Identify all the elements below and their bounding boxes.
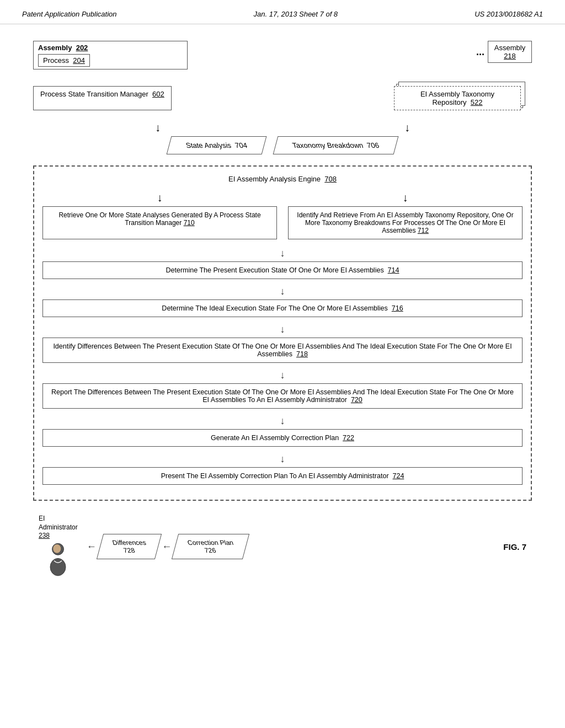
report-box: Report The Differences Between The Prese… [42,383,523,409]
second-row: Process State Transition Manager 602 EI … [33,86,532,110]
determine-ideal-box: Determine The Ideal Execution State For … [42,299,523,317]
bottom-section: EI Administrator 238 ← Differences 728 [33,515,532,579]
identify-box: Identify And Retrieve From An EI Assembl… [288,206,523,239]
diagram-area: Assembly 202 Process 204 ... Assembly 21… [0,24,565,596]
present-plan-box: Present The EI Assembly Correction Plan … [42,467,523,485]
determine-present-box: Determine The Present Execution State Of… [42,261,523,279]
header-center: Jan. 17, 2013 Sheet 7 of 8 [254,10,338,18]
taxonomy-breakdown-para: Taxonomy Breakdown 706 [273,136,398,154]
taxonomy-breakdown-label: Taxonomy Breakdown 706 [292,141,379,149]
identify-diff-box: Identify Differences Between The Present… [42,338,523,363]
fig-label: FIG. 7 [503,542,526,552]
assembly-202-title: Assembly 202 [38,44,183,52]
header-right: US 2013/0018682 A1 [475,10,543,18]
correction-plan-para: Correction Plan 726 [172,534,249,559]
state-analysis-para: State Analysis 704 [167,136,266,154]
svg-point-1 [54,544,61,553]
pstm-box: Process State Transition Manager 602 [33,86,172,110]
assembly-218-group: ... Assembly 218 [476,41,532,63]
assembly-202-box: Assembly 202 Process 204 [33,41,188,69]
arrow-716: ↓ [42,286,523,297]
header-left: Patent Application Publication [22,10,117,18]
differences-para: Differences 728 [97,534,162,559]
pstm-arrow: ↓ [33,121,282,134]
arrow-724: ↓ [42,453,523,465]
taxonomy-repo-box: EI Assembly Taxonomy Repository 522 [394,86,521,110]
left-col-arrow: ↓ [42,191,277,204]
arrow-720: ↓ [42,370,523,381]
arrow-722: ↓ [42,415,523,427]
admin-label: EI Administrator 238 [39,515,78,540]
right-col-arrow: ↓ [288,191,523,204]
arrows-row-1: ↓ ↓ [33,121,532,134]
generate-box: Generate An EI Assembly Correction Plan … [42,429,523,447]
arrow-718: ↓ [42,324,523,335]
state-analysis-label: State Analysis 704 [186,141,247,149]
top-row: Assembly 202 Process 204 ... Assembly 21… [33,41,532,69]
retrieve-identify-row: Retrieve One Or More State Analyses Gene… [42,206,523,239]
page-header: Patent Application Publication Jan. 17, … [0,0,565,24]
two-col-arrows: ↓ ↓ [42,191,523,204]
arrow-left-1: ← [87,541,97,553]
arrow-left-2: ← [162,541,172,553]
taxonomy-repo-group: EI Assembly Taxonomy Repository 522 [394,86,521,110]
retrieve-box: Retrieve One Or More State Analyses Gene… [42,206,277,239]
arrow-714: ↓ [42,248,523,259]
taxonomy-arrow: ↓ [282,121,532,134]
svg-point-2 [50,558,66,576]
assembly-218-box: Assembly 218 [488,41,532,63]
engine-title: EI Assembly Analysis Engine 708 [42,175,523,183]
para-row: State Analysis 704 Taxonomy Breakdown 70… [33,136,532,154]
admin-figure: EI Administrator 238 [39,515,78,579]
admin-person-icon [41,540,74,579]
engine-box: EI Assembly Analysis Engine 708 ↓ ↓ Retr… [33,165,532,501]
process-204-box: Process 204 [38,54,90,67]
dots: ... [476,46,484,58]
